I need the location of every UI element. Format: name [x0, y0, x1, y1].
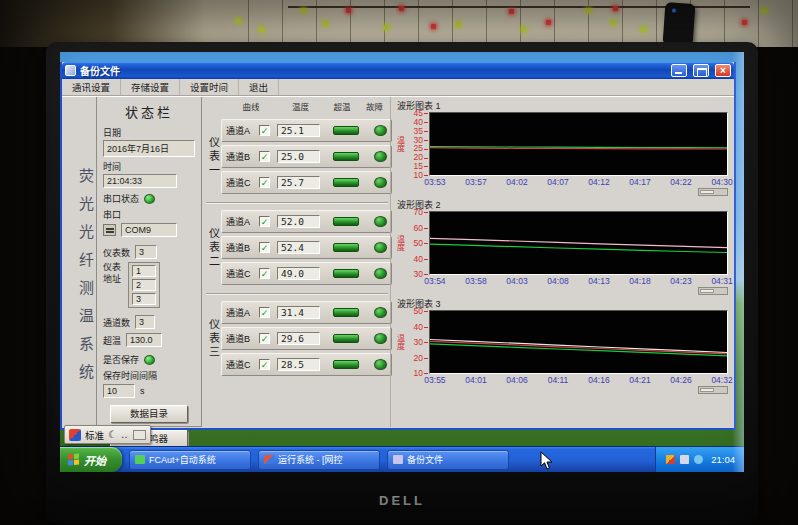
serial-port-select[interactable]: COM9	[121, 223, 177, 237]
menu-storage-settings[interactable]: 存储设置	[121, 79, 180, 95]
menu-comm-settings[interactable]: 通讯设置	[62, 79, 121, 95]
chart-scrollbar[interactable]	[698, 188, 728, 196]
temperature-value: 28.5	[277, 358, 320, 371]
waveform-chart-1: 波形图表 1 温度 1015202530354045 03:5303:5704:…	[395, 99, 728, 196]
instrument-name: 仪表二	[206, 207, 221, 288]
plot-area	[429, 211, 728, 275]
overtemp-led	[333, 152, 359, 161]
channel-label: 通道B	[226, 332, 259, 345]
overtemp-led	[333, 269, 359, 278]
window-icon	[65, 65, 76, 76]
overtemp-led	[333, 126, 359, 135]
system-name-label: 荧光光纤测温系统	[62, 97, 96, 427]
screen: 备份文件 × 通讯设置 存储设置 设置时间 退出 荧光光纤测温系统 状态栏	[60, 52, 744, 472]
curve-checkbox[interactable]: ✓	[259, 151, 270, 162]
temperature-value: 52.4	[277, 241, 320, 254]
ime-mode-icon[interactable]	[69, 429, 81, 441]
ime-language-bar[interactable]: 标准 ☾ ‥	[64, 425, 151, 444]
close-button[interactable]: ×	[715, 64, 731, 77]
channel-label: 通道B	[226, 150, 259, 163]
panel-led	[641, 27, 646, 32]
channel-row: 通道C ✓ 49.0	[221, 262, 392, 285]
panel-led	[236, 18, 241, 23]
halfwidth-moon-icon[interactable]: ☾	[108, 430, 117, 440]
soft-keyboard-icon[interactable]	[133, 430, 146, 440]
chart-scrollbar[interactable]	[698, 386, 728, 394]
fault-led	[374, 307, 387, 318]
minimize-button[interactable]	[671, 64, 687, 77]
y-axis-ticks: 1015202530354045	[405, 112, 429, 176]
curve-checkbox[interactable]: ✓	[259, 125, 270, 136]
curve-checkbox[interactable]: ✓	[259, 268, 270, 279]
tray-icon[interactable]	[680, 455, 689, 464]
panel-led	[399, 6, 404, 11]
menu-exit[interactable]: 退出	[239, 79, 279, 95]
task-label: FCAut+自动系统	[149, 453, 216, 466]
punctuation-icon[interactable]: ‥	[121, 430, 129, 440]
waveform-chart-3: 波形图表 3 温度 1020304050 03:5504:0104:0604:1…	[395, 297, 728, 394]
taskbar-task-2[interactable]: 运行系统 - [网控	[258, 450, 380, 470]
status-panel-title: 状态栏	[103, 102, 195, 121]
panel-led	[323, 21, 328, 26]
dell-monitor: 备份文件 × 通讯设置 存储设置 设置时间 退出 荧光光纤测温系统 状态栏	[46, 42, 758, 524]
menu-set-time[interactable]: 设置时间	[180, 79, 239, 95]
save-interval-unit: s	[140, 386, 145, 396]
taskbar-task-3[interactable]: 备份文件	[387, 450, 509, 470]
serial-label: 串口	[103, 208, 195, 221]
x-axis-ticks: 03:5403:5804:0304:0804:1304:1804:2304:31	[429, 275, 728, 287]
curve-checkbox[interactable]: ✓	[259, 177, 270, 188]
overtemp-value[interactable]: 130.0	[126, 333, 162, 347]
channel-count-value[interactable]: 3	[135, 315, 155, 329]
x-axis-ticks: 03:5504:0104:0604:1104:1604:2104:2604:32	[429, 374, 728, 386]
task-label: 运行系统 - [网控	[278, 453, 343, 466]
save-interval-label: 保存时间间隔	[103, 369, 195, 382]
y-axis-label: 温度	[395, 310, 405, 374]
temperature-value: 49.0	[277, 267, 320, 280]
curve-checkbox[interactable]: ✓	[259, 216, 270, 227]
taskbar-task-1[interactable]: FCAut+自动系统	[129, 450, 251, 470]
instrument-name: 仪表三	[206, 298, 221, 379]
channel-label: 通道A	[226, 306, 259, 319]
overtemp-led	[333, 308, 359, 317]
serial-status-label: 串口状态	[103, 192, 139, 205]
mimic-panel	[0, 0, 798, 47]
curve-checkbox[interactable]: ✓	[259, 359, 270, 370]
panel-led	[762, 8, 767, 13]
save-interval-value[interactable]: 10	[103, 384, 135, 398]
instrument-name: 仪表一	[206, 116, 221, 197]
curve-checkbox[interactable]: ✓	[259, 307, 270, 318]
data-directory-button[interactable]: 数据目录	[110, 405, 188, 423]
y-axis-label: 温度	[395, 112, 405, 176]
ime-mode-label[interactable]: 标准	[85, 428, 104, 442]
maximize-button[interactable]	[693, 64, 709, 77]
meter-address-1[interactable]: 1	[132, 265, 156, 277]
panel-led	[586, 8, 591, 13]
meter-address-list: 1 2 3	[128, 262, 160, 308]
fault-led	[374, 151, 387, 162]
chart-scrollbar[interactable]	[698, 287, 728, 295]
meter-count-value[interactable]: 3	[135, 245, 157, 259]
save-flag-led	[144, 355, 155, 365]
instrument-3: 仪表三 通道A ✓ 31.4 通道B	[206, 294, 388, 384]
tray-icon[interactable]	[694, 455, 703, 464]
temperature-value: 52.0	[277, 215, 320, 228]
serial-io-icon	[103, 224, 116, 236]
channel-row: 通道A ✓ 25.1	[221, 119, 392, 142]
channel-table-header: 曲线 温度 超温 故障	[206, 99, 388, 112]
meter-address-2[interactable]: 2	[132, 279, 156, 291]
overtemp-led	[333, 217, 359, 226]
curve-checkbox[interactable]: ✓	[259, 333, 270, 344]
meter-address-3[interactable]: 3	[132, 293, 156, 305]
fault-led	[374, 242, 387, 253]
tray-icon[interactable]	[666, 455, 675, 464]
window-titlebar[interactable]: 备份文件 ×	[62, 62, 734, 79]
overtemp-led	[333, 360, 359, 369]
fault-led	[374, 125, 387, 136]
header-curve: 曲线	[224, 100, 278, 112]
channel-row: 通道B ✓ 29.6	[221, 327, 392, 350]
panel-led	[546, 20, 551, 25]
task-icon	[135, 455, 145, 464]
curve-checkbox[interactable]: ✓	[259, 242, 270, 253]
channel-label: 通道C	[226, 358, 259, 371]
start-button[interactable]: 开始	[60, 447, 122, 472]
